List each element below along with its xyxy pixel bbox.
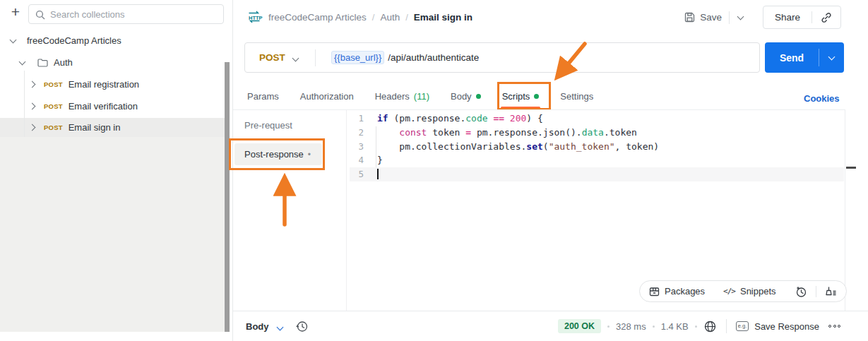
line-number: 3 (350, 140, 364, 154)
snippets-button[interactable]: </> Snippets (723, 286, 775, 297)
script-present-dot: • (308, 150, 311, 160)
code-line[interactable]: 1if (pm.response.code == 200) { (350, 112, 844, 126)
postbot-button[interactable] (795, 285, 807, 298)
headers-count: (11) (414, 91, 429, 102)
response-view-selector[interactable]: Body (246, 321, 269, 332)
save-label: Save (700, 12, 722, 23)
divider (816, 286, 816, 297)
share-group: Share (763, 6, 841, 29)
cookies-link[interactable]: Cookies (804, 93, 840, 104)
post-response-label: Post-response (244, 149, 304, 160)
request-label: Email registration (69, 79, 139, 90)
sidebar-item-request-selected[interactable]: POST Email sign in (0, 118, 225, 137)
sidebar-item-collection[interactable]: freeCodeCamp Articles (0, 31, 225, 50)
search-collections-box (28, 4, 224, 24)
header-actions: Save Share (677, 6, 841, 29)
method-badge: POST (44, 124, 63, 131)
chevron-down-icon (737, 13, 744, 20)
editor-toolbar: Packages </> Snippets (639, 280, 847, 302)
tab-scripts[interactable]: Scripts (502, 83, 540, 109)
code-line[interactable]: 3 pm.collectionVariables.set("auth_token… (350, 140, 844, 154)
script-code-editor[interactable]: 1if (pm.response.code == 200) {2 const t… (350, 112, 844, 181)
chevron-right-icon[interactable] (29, 103, 36, 110)
breadcrumb-separator: / (372, 12, 375, 23)
more-options-icon[interactable] (828, 325, 840, 328)
sidebar-item-request[interactable]: POST Email verification (0, 97, 225, 116)
separator-dot (695, 325, 697, 328)
code-line[interactable]: 5 (350, 167, 844, 181)
save-options-button[interactable] (729, 11, 751, 24)
sidebar-item-folder-auth[interactable]: Auth (0, 53, 225, 72)
tree-indent-guide (24, 71, 25, 137)
search-input[interactable] (50, 5, 220, 23)
url-input[interactable]: {{base_url}} /api/auth/authenticate (331, 51, 479, 64)
chevron-down-icon[interactable] (10, 36, 17, 43)
divider (346, 110, 347, 311)
save-response-button[interactable]: e.g. Save Response (736, 321, 819, 332)
send-options-button[interactable] (819, 56, 844, 59)
share-button[interactable]: Share (763, 12, 811, 23)
method-dropdown-chevron[interactable] (293, 52, 298, 63)
editor-scrollbar[interactable] (846, 167, 856, 169)
tab-headers[interactable]: Headers(11) (375, 83, 429, 109)
code-line[interactable]: 4} (350, 153, 844, 167)
sidebar-scrollbar[interactable] (225, 62, 230, 332)
indent-guide (376, 126, 376, 167)
text-cursor (377, 169, 379, 179)
post-response-item-selected[interactable]: Post-response • (234, 143, 322, 165)
packages-button[interactable]: Packages (649, 286, 705, 297)
folder-label: Auth (54, 57, 73, 68)
pre-request-item[interactable]: Pre-request (244, 120, 292, 131)
tab-label: Settings (560, 91, 593, 102)
save-button[interactable]: Save (677, 12, 729, 23)
chevron-down-icon[interactable] (19, 58, 26, 65)
tab-label: Authorization (300, 91, 354, 102)
url-variable-chip[interactable]: {{base_url}} (331, 51, 384, 64)
url-path: /api/auth/authenticate (388, 52, 479, 63)
search-icon (35, 10, 45, 20)
response-size[interactable]: 1.4 KB (661, 321, 689, 332)
beautify-broom-icon (825, 286, 837, 297)
sidebar-empty-area (0, 137, 225, 332)
tab-label: Headers (375, 91, 410, 102)
send-button-group: Send (765, 42, 844, 73)
copy-link-button[interactable] (811, 11, 840, 23)
new-collection-button[interactable]: + (7, 4, 24, 22)
save-response-label: Save Response (754, 321, 819, 332)
line-number: 4 (350, 153, 364, 167)
breadcrumb-folder[interactable]: Auth (380, 12, 400, 23)
save-icon (684, 12, 695, 23)
status-badge[interactable]: 200 OK (558, 319, 601, 333)
response-footer: Body 200 OK 328 ms 1.4 KB e.g. Save Resp… (233, 311, 868, 341)
request-label: Email sign in (69, 122, 121, 133)
request-workspace: HTTP freeCodeCamp Articles / Auth / Emai… (233, 0, 868, 341)
example-icon: e.g. (736, 321, 749, 331)
response-time[interactable]: 328 ms (616, 321, 646, 332)
package-icon (649, 287, 660, 297)
tab-authorization[interactable]: Authorization (300, 83, 354, 109)
send-button[interactable]: Send (765, 52, 819, 64)
method-selector[interactable]: POST (245, 52, 293, 63)
divider (845, 109, 845, 311)
network-globe-icon[interactable] (703, 320, 717, 333)
tab-settings[interactable]: Settings (560, 83, 593, 109)
separator-dot (607, 325, 610, 328)
tab-params[interactable]: Params (247, 83, 279, 109)
breadcrumb-collection[interactable]: freeCodeCamp Articles (268, 12, 367, 23)
http-request-icon: HTTP (246, 10, 263, 24)
response-view-chevron[interactable] (278, 321, 283, 332)
code-brackets-icon: </> (723, 287, 735, 296)
collection-label: freeCodeCamp Articles (27, 35, 121, 46)
method-badge: POST (44, 102, 63, 110)
beautify-button[interactable] (825, 286, 837, 297)
line-number: 5 (350, 167, 364, 181)
tab-label: Scripts (502, 91, 530, 102)
code-line[interactable]: 2 const token = pm.response.json().data.… (350, 126, 844, 140)
chevron-right-icon[interactable] (29, 81, 36, 88)
chevron-down-icon (292, 55, 299, 62)
history-icon[interactable] (295, 320, 309, 333)
tab-body[interactable]: Body (451, 83, 481, 109)
sidebar-item-request[interactable]: POST Email registration (0, 75, 225, 94)
chevron-right-icon[interactable] (29, 124, 36, 131)
divider (726, 319, 727, 333)
